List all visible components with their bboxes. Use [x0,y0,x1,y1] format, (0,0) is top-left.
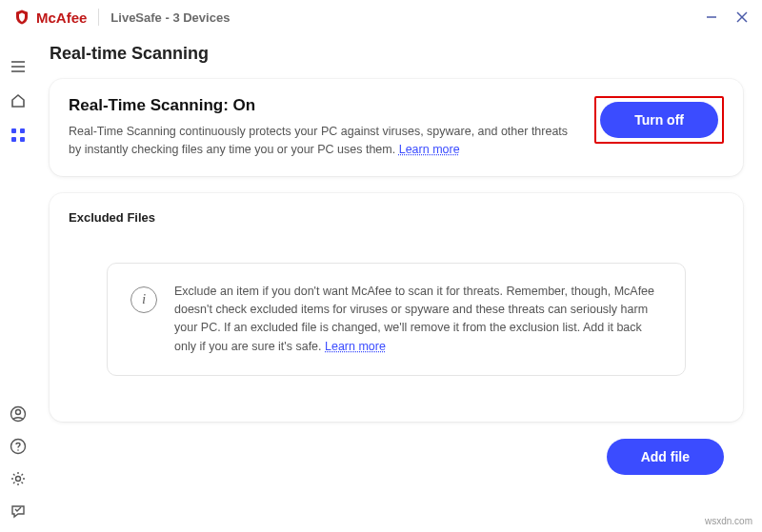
svg-rect-9 [20,137,25,142]
info-icon: i [130,286,157,313]
add-file-button[interactable]: Add file [607,439,724,475]
brand-name: McAfee [36,10,87,26]
apps-icon[interactable] [9,126,28,145]
brand-logo: McAfee [13,9,87,26]
titlebar-divider [98,9,99,26]
close-button[interactable] [735,10,749,24]
mcafee-shield-icon [13,9,30,26]
svg-point-11 [16,410,21,415]
content-area: Real-time Scanning Real-Time Scanning: O… [36,34,762,532]
svg-rect-8 [11,137,16,142]
rts-heading: Real-Time Scanning: On [69,96,575,115]
minimize-icon [705,10,718,24]
settings-icon[interactable] [9,469,28,488]
excluded-info-box: i Exclude an item if you don't want McAf… [107,263,686,377]
rts-description: Real-Time Scanning continuously protects… [69,123,575,159]
home-icon[interactable] [9,91,28,110]
account-icon[interactable] [9,404,28,424]
svg-point-14 [16,477,21,482]
menu-icon[interactable] [9,57,28,76]
close-icon [735,10,749,24]
titlebar: McAfee LiveSafe - 3 Devices [0,0,762,34]
sidebar [0,34,36,532]
help-icon[interactable] [9,437,28,456]
excluded-info-text: Exclude an item if you don't want McAfee… [174,283,662,357]
turn-off-highlight: Turn off [594,96,724,144]
excluded-files-card: Excluded Files i Exclude an item if you … [50,193,743,422]
turn-off-button[interactable]: Turn off [600,102,718,138]
excluded-learn-more-link[interactable]: Learn more [325,340,386,353]
watermark: wsxdn.com [705,516,752,526]
window-controls [705,10,749,24]
svg-rect-7 [20,128,25,133]
page-title: Real-time Scanning [50,44,743,64]
realtime-scanning-card: Real-Time Scanning: On Real-Time Scannin… [50,79,743,176]
excluded-files-title: Excluded Files [69,210,724,225]
svg-rect-6 [11,128,16,133]
feedback-icon[interactable] [9,502,28,521]
rts-learn-more-link[interactable]: Learn more [399,143,460,156]
product-name: LiveSafe - 3 Devices [110,10,230,25]
svg-point-13 [17,449,19,451]
minimize-button[interactable] [705,10,718,24]
